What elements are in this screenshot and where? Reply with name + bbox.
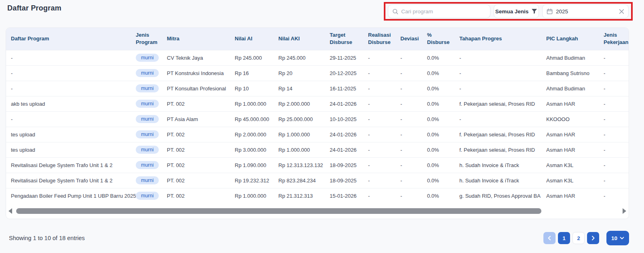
table-row: -murniPT Konsultan ProfesionalRp 10Rp 14… [6,81,629,96]
cell-pekerjaan: - [604,188,629,203]
cell-mitra: PT Konsultan Profesional [167,81,235,96]
horizontal-scrollbar[interactable] [6,203,629,219]
clear-year-icon[interactable] [619,9,624,14]
cell-deviasi: - [400,81,427,96]
cell-tahapan: f. Pekerjaan selesai, Proses RID [459,142,546,157]
cell-realisasi: - [368,188,400,203]
table-row: tes uploadmurniPT. 002Rp 3.000.000Rp 1.0… [6,142,629,157]
cell-deviasi: - [400,188,427,203]
next-page-button[interactable] [587,232,599,244]
cell-deviasi: - [400,111,427,127]
cell-target: 10-10-2025 [330,111,368,127]
page-size-dropdown[interactable]: 10 [606,231,629,245]
cell-realisasi: - [368,127,400,142]
cell-realisasi: - [368,50,400,65]
chevron-right-icon [591,236,595,240]
cell-mitra: PT. 002 [167,127,235,142]
column-header-mitra: Mitra [167,28,235,50]
cell-tahapan: - [459,65,546,81]
cell-pic: Asman HAR [546,127,604,142]
cell-nilai_aki: Rp 12.313.123.132 [278,157,330,173]
column-header-jenis: Jenis Program [136,28,167,50]
cell-program: - [6,81,136,96]
page-title: Daftar Program [7,4,61,13]
cell-jenis: murni [136,81,167,96]
jenis-filter-button[interactable]: Semua Jenis [494,4,539,18]
cell-target: 24-01-2026 [330,142,368,157]
scrollbar-track[interactable] [14,208,621,214]
scroll-left-icon[interactable] [8,208,12,214]
cell-target: 29-11-2025 [330,50,368,65]
cell-nilai_ai: Rp 1.000.000 [235,96,278,111]
cell-tahapan: - [459,111,546,127]
jenis-program-badge: murni [136,100,159,108]
cell-tahapan: f. Pekerjaan selesai, Proses RID [459,127,546,142]
cell-nilai_ai: Rp 3.000.000 [235,142,278,157]
cell-pekerjaan: - [604,127,629,142]
cell-target: 24-01-2026 [330,96,368,111]
cell-target: 18-09-2025 [330,173,368,188]
cell-nilai_aki: Rp 823.284.234 [278,173,330,188]
cell-pct: 0.0% [427,142,459,157]
cell-nilai_aki: Rp 25.000.000 [278,111,330,127]
cell-nilai_aki: Rp 20 [278,65,330,81]
cell-pct: 0.0% [427,188,459,203]
previous-page-button[interactable] [543,232,556,244]
program-table-card: Daftar ProgramJenis ProgramMitraNilai AI… [6,27,629,219]
column-header-target: Target Disburse [330,28,368,50]
chevron-down-icon [620,236,624,240]
cell-deviasi: - [400,50,427,65]
scrollbar-thumb[interactable] [16,208,541,214]
table-row: -murniPT Asia AlamRp 45.000.000Rp 25.000… [6,111,629,127]
cell-jenis: murni [136,50,167,65]
cell-target: 18-09-2025 [330,157,368,173]
cell-pekerjaan: - [604,142,629,157]
cell-pic: Asman K3L [546,157,604,173]
jenis-program-badge: murni [136,69,159,77]
column-header-pct: % Disburse [427,28,459,50]
cell-program: - [6,111,136,127]
search-input[interactable] [401,8,486,15]
jenis-program-badge: murni [136,54,159,62]
cell-pct: 0.0% [427,50,459,65]
page-1-button[interactable]: 1 [558,232,570,244]
cell-program: akb tes upload [6,96,136,111]
cell-target: 24-01-2026 [330,127,368,142]
page-2-button[interactable]: 2 [572,232,585,244]
cell-nilai_aki: Rp 1.000.000 [278,127,330,142]
column-header-pekerjaan: Jenis Pekerjaan [604,28,629,50]
cell-nilai_ai: Rp 1.000.000 [235,188,278,203]
cell-nilai_ai: Rp 245.000 [235,50,278,65]
table-row: akb tes uploadmurniPT. 002Rp 1.000.000Rp… [6,96,629,111]
chevron-left-icon [547,236,551,240]
cell-mitra: PT. 002 [167,157,235,173]
toolbar-annotation-highlight: Semua Jenis 2025 [384,2,633,21]
cell-jenis: murni [136,157,167,173]
cell-tahapan: - [459,50,546,65]
table-row: Pengadaan Boiler Feed Pump Unit 1 UBP Ba… [6,188,629,203]
table-row: -murniCV Teknik JayaRp 245.000Rp 245.000… [6,50,629,65]
jenis-program-badge: murni [136,146,159,154]
cell-nilai_ai: Rp 2.000.000 [235,127,278,142]
cell-pekerjaan: - [604,81,629,96]
scroll-right-icon[interactable] [623,208,626,214]
cell-pekerjaan: - [604,173,629,188]
cell-nilai_ai: Rp 1.090.000 [235,157,278,173]
cell-nilai_ai: Rp 45.000.000 [235,111,278,127]
table-row: tes uploadmurniPT. 002Rp 2.000.000Rp 1.0… [6,127,629,142]
cell-deviasi: - [400,65,427,81]
cell-mitra: PT Asia Alam [167,111,235,127]
search-box[interactable] [388,4,490,18]
table-footer: Showing 1 to 10 of 18 entries 1 2 10 [6,231,629,245]
cell-realisasi: - [368,157,400,173]
cell-target: 20-12-2025 [330,65,368,81]
cell-nilai_ai: Rp 19.232.312 [235,173,278,188]
year-filter-field[interactable]: 2025 [542,4,629,18]
cell-pct: 0.0% [427,65,459,81]
table-row: Revitalisasi Deluge System Trafo Unit 1 … [6,157,629,173]
jenis-program-badge: murni [136,192,159,200]
cell-pic: Bambang Sutrisno [546,65,604,81]
cell-target: 15-01-2026 [330,188,368,203]
cell-pct: 0.0% [427,173,459,188]
cell-tahapan: f. Pekerjaan selesai, Proses RID [459,96,546,111]
